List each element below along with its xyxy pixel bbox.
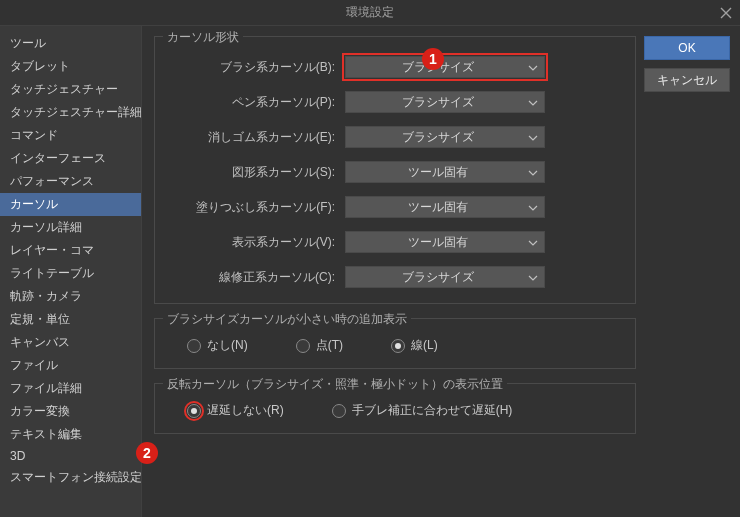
- chevron-down-icon: [528, 165, 538, 179]
- cursor-select[interactable]: ツール固有: [345, 161, 545, 183]
- select-value: ツール固有: [408, 199, 468, 216]
- sidebar-item[interactable]: レイヤー・コマ: [0, 239, 141, 262]
- window-title: 環境設定: [346, 4, 394, 21]
- sidebar-item[interactable]: 軌跡・カメラ: [0, 285, 141, 308]
- sidebar-item[interactable]: インターフェース: [0, 147, 141, 170]
- select-value: ツール固有: [408, 234, 468, 251]
- annotation-badge-1: 1: [422, 48, 444, 70]
- main-panel: 1 2 カーソル形状 ブラシ系カーソル(B):ブラシサイズペン系カーソル(P):…: [142, 26, 644, 517]
- sidebar-item[interactable]: 定規・単位: [0, 308, 141, 331]
- sidebar-item[interactable]: パフォーマンス: [0, 170, 141, 193]
- button-column: OK キャンセル: [644, 26, 740, 517]
- cursor-row: ブラシ系カーソル(B):ブラシサイズ: [169, 55, 621, 79]
- chevron-down-icon: [528, 200, 538, 214]
- row-label: 表示系カーソル(V):: [169, 234, 345, 251]
- radio-label: 遅延しない(R): [207, 402, 284, 419]
- cancel-button[interactable]: キャンセル: [644, 68, 730, 92]
- select-value: ブラシサイズ: [402, 129, 474, 146]
- select-value: ブラシサイズ: [402, 269, 474, 286]
- radio-option[interactable]: 点(T): [296, 337, 343, 354]
- sidebar-item[interactable]: ファイル: [0, 354, 141, 377]
- sidebar-item[interactable]: タッチジェスチャー: [0, 78, 141, 101]
- sidebar-item[interactable]: カラー変換: [0, 400, 141, 423]
- sidebar: ツールタブレットタッチジェスチャータッチジェスチャー詳細コマンドインターフェース…: [0, 26, 142, 517]
- cursor-select[interactable]: ブラシサイズ: [345, 91, 545, 113]
- radio-label: 点(T): [316, 337, 343, 354]
- cursor-select[interactable]: ブラシサイズ: [345, 56, 545, 78]
- cursor-row: ペン系カーソル(P):ブラシサイズ: [169, 90, 621, 114]
- chevron-down-icon: [528, 235, 538, 249]
- close-icon[interactable]: [712, 0, 740, 26]
- chevron-down-icon: [528, 270, 538, 284]
- radio-indicator: [332, 404, 346, 418]
- group-label: 反転カーソル（ブラシサイズ・照準・極小ドット）の表示位置: [163, 376, 507, 393]
- radio-indicator: [187, 339, 201, 353]
- group-invert-cursor: 反転カーソル（ブラシサイズ・照準・極小ドット）の表示位置 遅延しない(R)手ブレ…: [154, 383, 636, 434]
- radio-label: 線(L): [411, 337, 438, 354]
- cursor-row: 塗りつぶし系カーソル(F):ツール固有: [169, 195, 621, 219]
- row-label: 線修正系カーソル(C):: [169, 269, 345, 286]
- chevron-down-icon: [528, 95, 538, 109]
- group-label: カーソル形状: [163, 29, 243, 46]
- sidebar-item[interactable]: ファイル詳細: [0, 377, 141, 400]
- cursor-select[interactable]: ブラシサイズ: [345, 126, 545, 148]
- row-label: ブラシ系カーソル(B):: [169, 59, 345, 76]
- sidebar-item[interactable]: カーソル: [0, 193, 141, 216]
- cursor-select[interactable]: ツール固有: [345, 196, 545, 218]
- sidebar-item[interactable]: ツール: [0, 32, 141, 55]
- radio-option[interactable]: なし(N): [187, 337, 248, 354]
- radio-label: 手ブレ補正に合わせて遅延(H): [352, 402, 513, 419]
- titlebar: 環境設定: [0, 0, 740, 26]
- cursor-select[interactable]: ブラシサイズ: [345, 266, 545, 288]
- radio-indicator: [296, 339, 310, 353]
- chevron-down-icon: [528, 130, 538, 144]
- sidebar-item[interactable]: 3D: [0, 446, 141, 466]
- row-label: 消しゴム系カーソル(E):: [169, 129, 345, 146]
- sidebar-item[interactable]: コマンド: [0, 124, 141, 147]
- annotation-badge-2: 2: [136, 442, 158, 464]
- cursor-select[interactable]: ツール固有: [345, 231, 545, 253]
- cursor-row: 図形系カーソル(S):ツール固有: [169, 160, 621, 184]
- sidebar-item[interactable]: キャンバス: [0, 331, 141, 354]
- chevron-down-icon: [528, 60, 538, 74]
- radio-option[interactable]: 手ブレ補正に合わせて遅延(H): [332, 402, 513, 419]
- sidebar-item[interactable]: カーソル詳細: [0, 216, 141, 239]
- sidebar-item[interactable]: テキスト編集: [0, 423, 141, 446]
- sidebar-item[interactable]: ライトテーブル: [0, 262, 141, 285]
- select-value: ブラシサイズ: [402, 94, 474, 111]
- sidebar-item[interactable]: タッチジェスチャー詳細: [0, 101, 141, 124]
- row-label: 塗りつぶし系カーソル(F):: [169, 199, 345, 216]
- group-small-cursor: ブラシサイズカーソルが小さい時の追加表示 なし(N)点(T)線(L): [154, 318, 636, 369]
- group-label: ブラシサイズカーソルが小さい時の追加表示: [163, 311, 411, 328]
- radio-indicator: [187, 404, 201, 418]
- cursor-row: 表示系カーソル(V):ツール固有: [169, 230, 621, 254]
- sidebar-item[interactable]: スマートフォン接続設定: [0, 466, 141, 489]
- radio-option[interactable]: 線(L): [391, 337, 438, 354]
- radio-option[interactable]: 遅延しない(R): [187, 402, 284, 419]
- cursor-row: 線修正系カーソル(C):ブラシサイズ: [169, 265, 621, 289]
- group-cursor-shape: カーソル形状 ブラシ系カーソル(B):ブラシサイズペン系カーソル(P):ブラシサ…: [154, 36, 636, 304]
- ok-button[interactable]: OK: [644, 36, 730, 60]
- cursor-row: 消しゴム系カーソル(E):ブラシサイズ: [169, 125, 621, 149]
- row-label: 図形系カーソル(S):: [169, 164, 345, 181]
- select-value: ツール固有: [408, 164, 468, 181]
- sidebar-item[interactable]: タブレット: [0, 55, 141, 78]
- row-label: ペン系カーソル(P):: [169, 94, 345, 111]
- radio-indicator: [391, 339, 405, 353]
- radio-label: なし(N): [207, 337, 248, 354]
